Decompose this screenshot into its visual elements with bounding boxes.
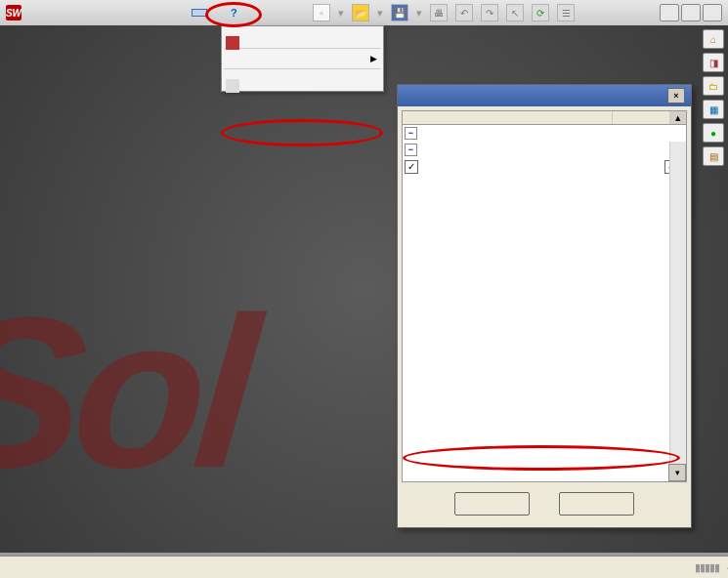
dwx-icon	[226, 36, 239, 50]
menu-file[interactable]	[156, 9, 172, 17]
scrollbar-track[interactable]	[669, 142, 686, 465]
undo-icon[interactable]: ↶	[455, 4, 473, 21]
dialog-button-row	[398, 482, 691, 527]
menu-view[interactable]	[174, 9, 190, 17]
collapse-icon[interactable]: −	[405, 127, 417, 140]
cancel-button[interactable]	[559, 492, 634, 516]
addin-icon	[422, 160, 436, 174]
ok-button[interactable]	[454, 492, 530, 516]
scroll-up-button[interactable]: ▴	[670, 111, 686, 124]
tools-dropdown: ▶	[221, 25, 384, 92]
col-startup[interactable]	[613, 111, 670, 124]
col-active[interactable]	[403, 111, 613, 124]
logo-icon: SW	[6, 5, 21, 21]
title-bar: SW ? ▫ ▾ 📂 ▾ 💾 ▾ 🖶 ↶ ↷ ↖ ⟳ ☰	[0, 0, 728, 26]
save-icon[interactable]: 💾	[391, 4, 408, 21]
main-toolbar: ▫ ▾ 📂 ▾ 💾 ▾ 🖶 ↶ ↷ ↖ ⟳ ☰	[313, 0, 575, 25]
dialog-titlebar[interactable]: ×	[398, 85, 691, 106]
appearances-icon[interactable]: ●	[703, 123, 724, 143]
view-palette-icon[interactable]: ▦	[703, 100, 724, 119]
status-bar: ▮▮▮▮▮ ◆	[0, 556, 728, 578]
side-taskpane: ⌂ ◨ 🗀 ▦ ● ▤	[701, 25, 726, 170]
collapse-icon[interactable]: −	[405, 144, 417, 156]
help-icon[interactable]: ?	[231, 7, 237, 19]
menu-options[interactable]	[222, 83, 383, 89]
active-checkbox[interactable]	[405, 160, 418, 174]
section-sw-addins[interactable]: −	[403, 125, 686, 142]
menu-help[interactable]	[209, 9, 225, 17]
maximize-button[interactable]	[681, 4, 701, 21]
grip-icon: ▮▮▮▮▮ ◆	[695, 561, 728, 574]
section-other-addins[interactable]: −	[403, 142, 686, 158]
options-icon	[226, 79, 239, 93]
app-logo: SW	[6, 5, 25, 21]
file-explorer-icon[interactable]: 🗀	[703, 76, 724, 96]
window-controls	[660, 4, 722, 21]
print-icon[interactable]: 🖶	[430, 4, 448, 21]
addin-row-spacecontroller[interactable]	[403, 158, 686, 175]
addins-dialog: × ▴ − − ▾	[397, 84, 692, 528]
resources-icon[interactable]: ◨	[703, 53, 724, 72]
options-icon[interactable]: ☰	[557, 4, 575, 21]
menu-bar: ?	[156, 0, 237, 25]
home-icon[interactable]: ⌂	[703, 29, 724, 49]
separator	[224, 48, 381, 49]
menu-driveworks[interactable]	[222, 40, 383, 46]
select-icon[interactable]: ↖	[506, 4, 524, 21]
scroll-down-button[interactable]: ▾	[668, 464, 686, 481]
minimize-button[interactable]	[660, 4, 679, 21]
submenu-arrow-icon: ▶	[370, 54, 377, 63]
rebuild-icon[interactable]: ⟳	[532, 4, 549, 21]
close-button[interactable]	[703, 4, 722, 21]
dialog-close-button[interactable]: ×	[667, 88, 685, 103]
open-icon[interactable]: 📂	[352, 4, 369, 21]
addins-list-header: ▴	[402, 110, 687, 125]
menu-tools[interactable]	[192, 9, 207, 17]
custom-props-icon[interactable]: ▤	[703, 146, 724, 166]
redo-icon[interactable]: ↷	[481, 4, 498, 21]
menu-macro[interactable]: ▶	[222, 51, 383, 66]
background-watermark: Sol	[0, 269, 257, 516]
addins-list: − − ▾	[402, 125, 687, 482]
separator	[224, 68, 381, 69]
new-doc-icon[interactable]: ▫	[313, 4, 330, 21]
